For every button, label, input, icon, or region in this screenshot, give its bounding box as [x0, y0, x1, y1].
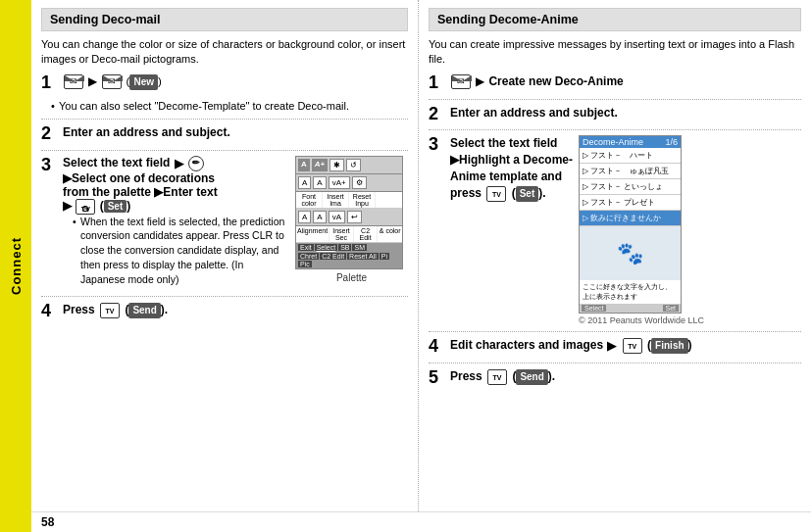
palette-footer-pic: Pic: [298, 261, 312, 267]
decome-panel-title: Decome-Anime: [583, 137, 643, 147]
col-right: Sending Decome-Anime You can create impr…: [419, 0, 811, 511]
left-step-3-bold-1: Select the text field ▶ ✏: [63, 156, 289, 171]
right-step-3-select: Select the text field: [450, 135, 573, 152]
left-step-4: 4 Press TV (Send).: [41, 302, 408, 321]
palette-icon-setup: ⚙: [352, 176, 367, 189]
columns: Sending Deco-mail You can change the col…: [31, 0, 811, 511]
palette-footer: Exit Select SB SM: [296, 243, 402, 252]
right-step-1-bold: Create new Deco-Anime: [488, 74, 623, 88]
palette-icon-a1: A: [298, 159, 310, 171]
right-step-5-num: 5: [429, 368, 446, 388]
palette-icon-insert: ✱: [329, 159, 344, 171]
right-mail-icon: ✉: [451, 74, 471, 89]
copyright: © 2011 Peanuts Worldwide LLC: [579, 315, 704, 325]
tv-camera-icon: TV: [76, 199, 95, 215]
decome-menu-2: ▷ フスト－ ゅぁぽ凡玉: [580, 164, 681, 179]
palette-label-3: Reset Inpu: [349, 192, 376, 208]
right-divider-4: [429, 363, 801, 363]
pencil-icon: ✏: [188, 156, 204, 171]
left-step-3-right: Select the text field ▶ ✏ ▶Select one of…: [63, 156, 408, 290]
palette-footer-c2edit: C2 Edit: [320, 253, 346, 260]
palette-label-4: [376, 192, 402, 208]
left-step-3-text: Select the text field ▶ ✏ ▶Select one of…: [63, 156, 289, 290]
right-step-3-text: Select the text field ▶Highlight a Decom…: [450, 135, 573, 201]
left-intro: You can change the color or size of char…: [41, 37, 408, 68]
right-arrow-4: ▶: [607, 338, 616, 355]
left-step-3: 3 Select the text field ▶ ✏ ▶Select one …: [41, 156, 408, 290]
palette-label2-4: & color: [378, 226, 402, 242]
palette-container: A A+ ✱ ↺ A A vA+ ⚙: [295, 156, 408, 290]
snoopy-icon: 🐾: [617, 241, 643, 266]
left-step-2: 2 Enter an address and subject.: [41, 124, 408, 144]
decome-arrow-3: ▷: [583, 182, 588, 191]
page-number: 58: [41, 515, 54, 529]
right-step-4-num: 4: [429, 337, 446, 357]
palette-footer2: Chret C2 Edit Reset All Pi Pic: [296, 252, 402, 268]
palette-caption: Palette: [295, 272, 408, 283]
decome-panel-container: Decome-Anime 1/6 ▷ フスト－ ハート ▷ フスト－ ゅぁぽ凡玉: [579, 135, 704, 325]
right-step-1-content: ✉ ▶ Create new Deco-Anime: [450, 73, 801, 90]
left-step-4-content: Press TV (Send).: [63, 302, 408, 318]
decome-set-btn: Set: [663, 305, 680, 312]
tv-icon-3: TV: [486, 186, 506, 202]
decome-title-row: Decome-Anime 1/6: [580, 136, 681, 148]
left-step-3-bold-2: ▶Select one of decorationsfrom the palet…: [63, 171, 289, 199]
left-step-2-content: Enter an address and subject.: [63, 124, 408, 141]
left-step-3-bold-3: ▶ TV (Set): [63, 199, 289, 215]
decome-menu-5-text: 飲みに行きませんか: [590, 213, 661, 223]
arrow-3a: ▶: [175, 157, 183, 170]
right-divider-3: [429, 331, 801, 332]
right-step-4-text: Edit characters and images: [450, 338, 603, 352]
set-badge-left: Set: [104, 200, 127, 213]
main-content: Sending Deco-mail You can change the col…: [31, 0, 811, 532]
palette-label-2: Insert Ima: [323, 192, 349, 208]
decome-arrow-5: ▷: [583, 214, 588, 222]
page-num-bar: 58: [31, 511, 811, 532]
decome-menu-4: ▷ フスト－ プレゼト: [580, 195, 681, 211]
palette-icon-va2: A: [313, 176, 326, 189]
palette-label2-2: Insert Sec: [329, 226, 354, 242]
right-intro: You can create impressive messages by in…: [429, 37, 801, 68]
decome-menu-3-text: フスト－ といっしょ: [590, 181, 663, 192]
tv-icon-4: TV: [623, 338, 642, 354]
palette-icon-a2: A+: [312, 159, 328, 171]
right-step-2: 2 Enter an address and subject.: [429, 105, 801, 124]
right-step-1-num: 1: [429, 73, 446, 93]
divider-1: [41, 119, 408, 120]
left-step-1: 1 ✉ ▶ ✉ (New): [41, 73, 408, 93]
palette-icon-reset: ↺: [346, 159, 361, 171]
palette-label2-3: C2 Edit: [354, 226, 379, 242]
palette-row3-4: ↩: [347, 211, 362, 223]
decome-menu-1: ▷ フスト－ ハート: [580, 148, 681, 164]
right-divider-2: [429, 129, 801, 130]
palette-footer-resetall: Reset All: [347, 253, 379, 260]
right-step-5: 5 Press TV (Send).: [429, 368, 801, 388]
divider-3: [41, 296, 408, 297]
decome-arrow-2: ▷: [583, 167, 588, 175]
right-step-3-content: Select the text field ▶Highlight a Decom…: [450, 135, 704, 325]
mail-icon: ✉: [64, 74, 83, 89]
left-step-1-bullet: You can also select "Decome-Template" to…: [51, 99, 408, 114]
right-step-5-content: Press TV (Send).: [450, 368, 801, 385]
right-step-3: 3 Select the text field ▶Highlight a Dec…: [429, 135, 801, 325]
tv-icon-5: TV: [487, 369, 507, 385]
decome-text-below: ここに好きな文字を入力し、上に表示されます: [580, 280, 681, 304]
palette-row3-1: A: [298, 211, 311, 223]
left-step-3-bullet: When the text field is selected, the pre…: [73, 215, 289, 286]
right-step-5-press: Press: [450, 369, 482, 383]
divider-2: [41, 150, 408, 151]
right-section-title: Sending Decome-Anime: [429, 8, 801, 31]
palette-label-1: Font color: [296, 192, 323, 208]
right-divider-1: [429, 99, 801, 100]
right-step-4: 4 Edit characters and images ▶ TV (Finis…: [429, 337, 801, 357]
left-step-1-num: 1: [41, 73, 59, 93]
set-badge-right: Set: [516, 186, 539, 202]
palette-footer-chret: Chret: [298, 253, 319, 260]
decome-select-btn: Select: [582, 305, 606, 312]
mail-icon-2: ✉: [102, 74, 122, 89]
decome-panel: Decome-Anime 1/6 ▷ フスト－ ハート ▷ フスト－ ゅぁぽ凡玉: [579, 135, 682, 314]
decome-arrow-4: ▷: [583, 198, 588, 207]
palette-icon-va3: vA+: [329, 176, 350, 189]
palette-footer-sm: SM: [352, 244, 367, 251]
decome-image-area: 🐾: [580, 226, 681, 280]
